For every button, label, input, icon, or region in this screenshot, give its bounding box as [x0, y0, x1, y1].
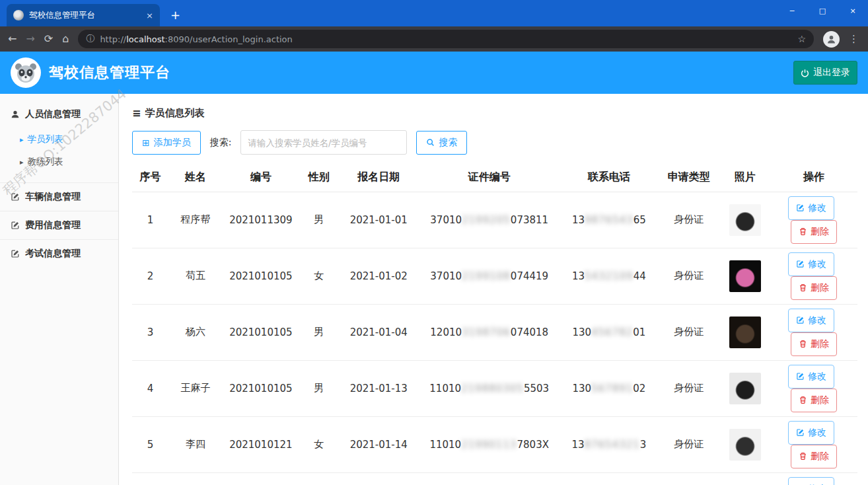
student-name: 苟五	[168, 248, 223, 304]
student-name: 杨六	[168, 304, 223, 360]
student-photo	[729, 429, 761, 461]
col-header: 报名日期	[339, 164, 419, 192]
sidebar-group-personnel[interactable]: 人员信息管理	[0, 100, 118, 128]
tab-title: 驾校信息管理平台	[29, 10, 141, 21]
refresh-icon[interactable]: ⟳	[44, 34, 53, 44]
actions-cell: 修改删除	[770, 472, 857, 485]
sidebar-item-coach-list[interactable]: ▸ 教练列表	[0, 151, 118, 173]
browser-titlebar: 驾校信息管理平台 × + ─ □ ×	[0, 0, 868, 26]
cert-number: 120103198706074018	[419, 304, 560, 360]
photo-cell	[719, 192, 770, 248]
trash-icon	[799, 283, 807, 292]
student-photo	[729, 317, 761, 348]
info-icon[interactable]: ⓘ	[86, 33, 94, 45]
table-row: 4王麻子2021010105男2021-01-13110102198803055…	[132, 360, 857, 416]
tab-favicon-icon	[13, 10, 24, 20]
sidebar-group-fee[interactable]: 费用信息管理	[0, 211, 118, 239]
edit-icon	[796, 372, 805, 381]
col-header: 证件编号	[419, 164, 560, 192]
cert-number: 370102199205073811	[419, 192, 560, 248]
actions-cell: 修改删除	[770, 192, 857, 248]
student-gender: 男	[299, 472, 339, 485]
signup-date: 2021-01-04	[339, 304, 419, 360]
row-number: 2	[132, 248, 168, 304]
actions-cell: 修改删除	[770, 416, 857, 472]
delete-button[interactable]: 删除	[791, 445, 837, 468]
caret-icon: ▸	[20, 158, 24, 167]
sidebar-group-vehicle[interactable]: 车辆信息管理	[0, 182, 118, 211]
add-student-button[interactable]: ⊞ 添加学员	[132, 131, 201, 155]
phone-number: 13045678201	[560, 304, 658, 360]
search-input[interactable]	[240, 130, 407, 155]
photo-cell	[719, 416, 770, 472]
home-icon[interactable]: ⌂	[62, 34, 69, 44]
phone-number: 13056789102	[560, 360, 658, 416]
delete-button[interactable]: 删除	[791, 332, 837, 356]
search-icon	[426, 138, 435, 147]
photo-cell	[719, 360, 770, 416]
cert-number: 110102198803055503	[419, 360, 560, 416]
student-photo	[729, 260, 761, 292]
signup-date: 2021-01-01	[339, 192, 419, 248]
app-body: 程序帮QQ:1022287044 人员信息管理 ▸ 学员列表 ▸ 教练列表 车辆…	[0, 94, 868, 485]
apply-type: 身份证	[658, 360, 719, 416]
trash-icon	[799, 340, 807, 348]
student-name: 程序帮	[168, 192, 223, 248]
sidebar-group-exam[interactable]: 考试信息管理	[0, 239, 118, 268]
edit-button[interactable]: 修改	[788, 196, 834, 220]
bookmark-star-icon[interactable]: ☆	[797, 34, 806, 44]
col-header: 姓名	[168, 164, 223, 192]
row-number: 5	[132, 416, 168, 472]
search-button[interactable]: 搜索	[416, 131, 467, 155]
apply-type: 身份证	[658, 416, 719, 472]
edit-button[interactable]: 修改	[788, 477, 834, 485]
toolbar: ⊞ 添加学员 搜索: 搜索	[132, 130, 857, 155]
trash-icon	[799, 227, 807, 236]
col-header: 编号	[223, 164, 299, 192]
new-tab-button[interactable]: +	[170, 9, 180, 21]
edit-icon	[796, 204, 805, 212]
apply-type: 身份证	[658, 248, 719, 304]
edit-button[interactable]: 修改	[788, 421, 834, 445]
browser-menu-icon[interactable]: ⋮	[849, 33, 859, 45]
row-number: 6	[132, 472, 168, 485]
photo-cell	[719, 248, 770, 304]
profile-avatar[interactable]	[823, 31, 840, 48]
table-row: 3杨六2021010105男2021-01-041201031987060740…	[132, 304, 857, 360]
forward-icon[interactable]: →	[26, 34, 34, 44]
phone-number: 13543210944	[560, 248, 658, 304]
edit-icon	[11, 249, 20, 258]
window-controls: ─ □ ×	[777, 0, 868, 21]
browser-tab[interactable]: 驾校信息管理平台 ×	[7, 4, 160, 26]
student-name: 李四	[168, 416, 223, 472]
phone-number: 13987654365	[560, 192, 658, 248]
student-gender: 男	[299, 360, 339, 416]
edit-button[interactable]: 修改	[788, 309, 834, 332]
app-header: 驾校信息管理平台 退出登录	[0, 52, 868, 94]
logout-button[interactable]: 退出登录	[793, 61, 857, 85]
edit-button[interactable]: 修改	[788, 252, 834, 276]
photo-cell	[719, 472, 770, 485]
student-code: 2021010105	[223, 360, 299, 416]
url-bar[interactable]: ⓘ http://localhost:8090/userAction_login…	[78, 30, 814, 48]
maximize-button[interactable]: □	[807, 7, 838, 15]
tab-close-icon[interactable]: ×	[146, 11, 153, 20]
close-window-button[interactable]: ×	[838, 7, 868, 15]
delete-button[interactable]: 删除	[791, 276, 837, 300]
apply-type: 身份证	[658, 304, 719, 360]
actions-cell: 修改删除	[770, 360, 857, 416]
delete-button[interactable]: 删除	[791, 220, 837, 244]
sidebar-item-student-list[interactable]: ▸ 学员列表	[0, 128, 118, 151]
delete-button[interactable]: 删除	[791, 389, 837, 412]
col-header: 性别	[299, 164, 339, 192]
student-name: 张三	[168, 472, 223, 485]
row-number: 3	[132, 304, 168, 360]
table-header-row: 序号 姓名 编号 性别 报名日期 证件编号 联系电话 申请类型 照片 操作	[132, 164, 857, 192]
edit-button[interactable]: 修改	[788, 365, 834, 389]
phone-number: 18650123478	[560, 472, 658, 485]
trash-icon	[799, 396, 807, 404]
col-header: 申请类型	[658, 164, 719, 192]
student-table-body: 1程序帮2021011309男2021-01-01370102199205073…	[132, 192, 857, 485]
minimize-button[interactable]: ─	[777, 7, 807, 15]
back-icon[interactable]: ←	[8, 34, 17, 44]
